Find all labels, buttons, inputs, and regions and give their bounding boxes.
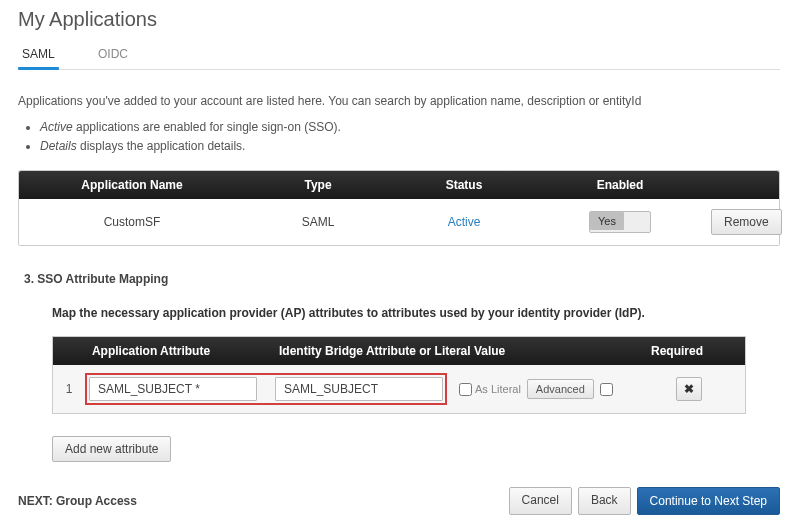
- enabled-toggle-label: Yes: [590, 212, 624, 230]
- attribute-grid: Application Attribute Identity Bridge At…: [52, 336, 746, 414]
- application-attribute-input[interactable]: [89, 377, 257, 401]
- as-literal-checkbox[interactable]: [459, 383, 472, 396]
- remove-button[interactable]: Remove: [711, 209, 782, 235]
- as-literal-group[interactable]: As Literal: [459, 383, 521, 396]
- col-header-name: Application Name: [19, 171, 245, 199]
- intro-text: Applications you've added to your accoun…: [18, 92, 780, 110]
- attribute-grid-header: Application Attribute Identity Bridge At…: [53, 337, 745, 365]
- attr-row-index: 1: [59, 382, 79, 396]
- cell-app-type: SAML: [245, 205, 391, 239]
- attr-header-required: Required: [609, 337, 745, 365]
- as-literal-label: As Literal: [475, 383, 521, 395]
- section-title: 3. SSO Attribute Mapping: [24, 272, 780, 286]
- bullet-details: Details displays the application details…: [40, 137, 780, 156]
- attr-header-app: Application Attribute: [53, 337, 249, 365]
- required-checkbox[interactable]: [600, 383, 613, 396]
- table-row: CustomSF SAML Active Yes Remove: [19, 199, 779, 245]
- intro-bullets: Active applications are enabled for sing…: [40, 118, 780, 156]
- attr-header-bridge: Identity Bridge Attribute or Literal Val…: [249, 337, 609, 365]
- bridge-attribute-input[interactable]: [275, 377, 443, 401]
- tab-saml[interactable]: SAML: [18, 41, 59, 69]
- bullet-active-rest: applications are enabled for single sign…: [73, 120, 341, 134]
- delete-row-button[interactable]: ✖: [676, 377, 702, 401]
- grid-header: Application Name Type Status Enabled: [19, 171, 779, 199]
- add-new-attribute-button[interactable]: Add new attribute: [52, 436, 171, 462]
- back-button[interactable]: Back: [578, 487, 631, 515]
- next-step-label: NEXT: Group Access: [18, 494, 137, 508]
- bullet-details-rest: displays the application details.: [77, 139, 246, 153]
- col-header-enabled: Enabled: [537, 171, 703, 199]
- col-header-type: Type: [245, 171, 391, 199]
- enabled-toggle[interactable]: Yes: [589, 211, 651, 233]
- tab-oidc[interactable]: OIDC: [94, 41, 132, 69]
- continue-button[interactable]: Continue to Next Step: [637, 487, 780, 515]
- bullet-active-em: Active: [40, 120, 73, 134]
- bullet-active: Active applications are enabled for sing…: [40, 118, 780, 137]
- cancel-button[interactable]: Cancel: [509, 487, 572, 515]
- tabs: SAML OIDC: [18, 41, 780, 70]
- col-header-status: Status: [391, 171, 537, 199]
- footer: NEXT: Group Access Cancel Back Continue …: [18, 487, 780, 515]
- attribute-row: 1 As Literal Advanced ✖: [53, 365, 745, 413]
- col-header-actions: [703, 171, 779, 199]
- highlight-box: [85, 373, 447, 405]
- cell-app-status[interactable]: Active: [448, 215, 481, 229]
- page-title: My Applications: [18, 8, 780, 31]
- advanced-button[interactable]: Advanced: [527, 379, 594, 399]
- bullet-details-em: Details: [40, 139, 77, 153]
- section-subtitle: Map the necessary application provider (…: [52, 306, 780, 320]
- applications-grid: Application Name Type Status Enabled Cus…: [18, 170, 780, 246]
- cell-app-name: CustomSF: [19, 205, 245, 239]
- close-icon: ✖: [684, 382, 694, 396]
